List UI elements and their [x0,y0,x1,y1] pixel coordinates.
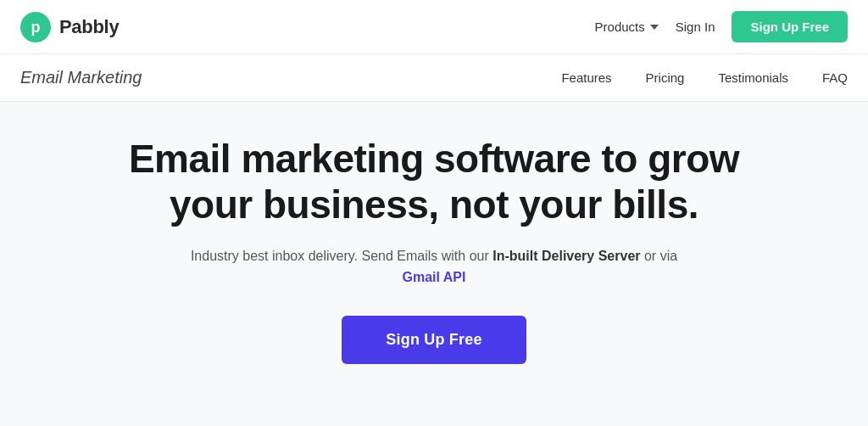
products-button[interactable]: Products [595,20,659,34]
hero-section: Email marketing software to grow your bu… [0,102,868,390]
faq-link[interactable]: FAQ [822,70,848,85]
sub-navigation: Email Marketing Features Pricing Testimo… [0,54,868,102]
email-marketing-title: Email Marketing [20,68,142,87]
pabbly-logo-icon: p [20,12,51,42]
features-link[interactable]: Features [561,70,611,85]
logo-text: Pabbly [59,16,119,38]
products-label: Products [595,20,645,34]
pricing-link[interactable]: Pricing [646,70,685,85]
logo-area[interactable]: p Pabbly [20,12,119,42]
hero-subtext-prefix: Industry best inbox delivery. Send Email… [191,249,492,263]
top-nav-right: Products Sign In Sign Up Free [595,11,848,42]
gmail-api-link[interactable]: Gmail API [403,270,466,284]
hero-subtext-middle: or via [641,249,678,263]
signup-top-button[interactable]: Sign Up Free [732,11,848,42]
sub-nav-links: Features Pricing Testimonials FAQ [561,70,848,85]
signin-button[interactable]: Sign In [676,20,715,34]
svg-text:p: p [31,19,41,36]
signup-hero-button[interactable]: Sign Up Free [342,316,526,364]
chevron-down-icon [650,25,659,30]
testimonials-link[interactable]: Testimonials [718,70,788,85]
hero-subtext-bold: In-built Delivery Server [492,249,640,263]
hero-subtext: Industry best inbox delivery. Send Email… [171,245,697,289]
top-navigation: p Pabbly Products Sign In Sign Up Free [0,0,868,54]
hero-headline: Email marketing software to grow your bu… [86,136,782,228]
